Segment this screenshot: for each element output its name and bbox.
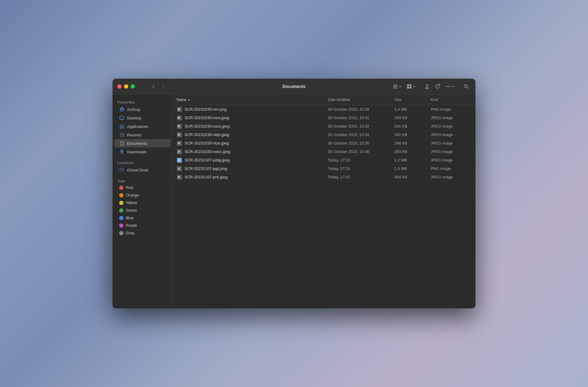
svg-rect-18 xyxy=(178,117,180,119)
file-name-text: SCR-20231107-pdqy.jpeg xyxy=(185,158,230,162)
file-kind: JPEG image xyxy=(427,141,475,145)
toolbar-actions xyxy=(391,82,471,91)
table-row[interactable]: SCR-20231107-pgrj.png Today, 17:24 1,9 M… xyxy=(173,164,475,173)
svg-rect-25 xyxy=(178,176,180,178)
tag-dot-orange xyxy=(119,193,123,197)
toolbar-separator-1 xyxy=(420,83,420,89)
svg-rect-23 xyxy=(178,159,180,161)
file-name-cell: SCR-20231030-ntze.jpeg xyxy=(173,141,324,146)
svg-rect-20 xyxy=(178,134,180,136)
list-view-button[interactable] xyxy=(391,82,403,91)
svg-rect-21 xyxy=(178,142,180,144)
svg-rect-2 xyxy=(393,88,397,88)
share-button[interactable] xyxy=(423,82,432,91)
file-size: 1,4 MB xyxy=(391,107,427,112)
minimize-button[interactable] xyxy=(124,84,128,89)
svg-rect-4 xyxy=(410,84,411,86)
file-name-text: SCR-20231030-ntze.jpeg xyxy=(185,141,229,145)
file-name-cell: SCR-20231030-ntqh.jpeg xyxy=(173,132,324,138)
file-name-text: SCR-20231030-nsxx.jpeg xyxy=(185,124,230,128)
file-date: 30 October 2023, 15:34 xyxy=(324,132,391,137)
tag-gray-label: Gray xyxy=(126,231,134,235)
file-name-text: SCR-20231030-ntqh.jpeg xyxy=(185,132,229,137)
sidebar: Favourites AirDrop xyxy=(113,94,173,308)
tag-purple-label: Purple xyxy=(126,223,137,228)
table-row[interactable]: SCR-20231030-ntqh.jpeg 30 October 2023, … xyxy=(173,131,475,139)
svg-rect-22 xyxy=(178,151,180,153)
traffic-lights xyxy=(117,84,135,89)
file-kind: PNG image xyxy=(427,107,475,112)
file-size: 541 KB xyxy=(391,124,427,128)
table-row[interactable]: SCR-20231030-nsxx.jpeg 30 October 2023, … xyxy=(173,122,475,131)
file-date: Today, 17:24 xyxy=(324,166,391,171)
tags-label: Tags xyxy=(113,177,173,184)
sidebar-item-tag-orange[interactable]: Orange xyxy=(114,191,171,199)
file-list: SCR-20231030-nrrr.png 30 October 2023, 1… xyxy=(173,105,475,308)
airdrop-label: AirDrop xyxy=(127,107,140,112)
tag-button[interactable] xyxy=(433,82,442,91)
grid-view-button[interactable] xyxy=(405,82,417,91)
icloud-label: iCloud Drive xyxy=(127,168,149,172)
tag-dot-blue xyxy=(119,216,123,220)
sidebar-item-tag-purple[interactable]: Purple xyxy=(114,222,171,229)
file-name-cell: SCR-20231030-nrrr.png xyxy=(173,107,324,112)
sidebar-item-tag-gray[interactable]: Gray xyxy=(114,229,171,237)
icloud-icon xyxy=(119,167,125,173)
file-date: 30 October 2023, 15:29 xyxy=(324,107,391,112)
applications-label: Applications xyxy=(127,124,148,129)
file-kind: JPEG image xyxy=(427,115,475,120)
file-kind: JPEG image xyxy=(427,124,475,128)
table-row[interactable]: SCR-20231107-pnii.jpeg Today, 17:42 304 … xyxy=(173,173,475,181)
table-row[interactable]: SCR-20231030-ntze.jpeg 30 October 2023, … xyxy=(173,139,475,148)
tag-dot-green xyxy=(119,208,123,213)
maximize-button[interactable] xyxy=(131,84,135,89)
file-size: 293 KB xyxy=(391,115,427,120)
sort-arrow-name: ▲ xyxy=(188,98,191,101)
file-icon xyxy=(177,141,182,146)
file-name-cell: SCR-20231107-pdqy.jpeg xyxy=(173,158,324,163)
svg-point-14 xyxy=(121,126,122,128)
sidebar-item-applications[interactable]: Applications xyxy=(114,122,171,131)
tag-green-label: Green xyxy=(126,208,137,213)
file-kind: PNG image xyxy=(427,166,475,171)
sidebar-item-tag-yellow[interactable]: Yellow xyxy=(114,199,171,207)
finder-window: Documents xyxy=(113,79,475,308)
sidebar-item-tag-blue[interactable]: Blue xyxy=(114,214,171,222)
documents-label: Documents xyxy=(127,141,147,146)
sidebar-item-icloud[interactable]: iCloud Drive xyxy=(114,166,171,174)
downloads-label: Downloads xyxy=(127,150,146,154)
sidebar-item-recents[interactable]: Recents xyxy=(114,131,171,139)
col-header-date[interactable]: Date Modified xyxy=(324,94,391,105)
sidebar-item-airdrop[interactable]: AirDrop xyxy=(114,105,171,114)
more-button[interactable] xyxy=(443,82,456,91)
tag-red-label: Red xyxy=(126,185,133,190)
file-size: 293 KB xyxy=(391,149,427,154)
tag-dot-red xyxy=(119,186,123,190)
svg-rect-13 xyxy=(120,116,124,119)
sidebar-item-tag-red[interactable]: Red xyxy=(114,184,171,191)
search-button[interactable] xyxy=(462,82,471,91)
close-button[interactable] xyxy=(117,84,122,89)
sidebar-item-desktop[interactable]: Desktop xyxy=(114,114,171,122)
file-kind: JPEG image xyxy=(427,132,475,137)
back-button[interactable] xyxy=(149,82,158,91)
table-row[interactable]: SCR-20231030-nwcc.jpeg 30 October 2023, … xyxy=(173,148,475,156)
file-name-text: SCR-20231107-pgrj.png xyxy=(185,166,227,171)
col-header-kind[interactable]: Kind xyxy=(427,94,475,105)
table-row[interactable]: SCR-20231107-pdqy.jpeg Today, 17:19 1,2 … xyxy=(173,156,475,164)
table-row[interactable]: SCR-20231030-nsra.jpeg 30 October 2023, … xyxy=(173,114,475,122)
file-icon xyxy=(177,132,182,138)
favourites-label: Favourites xyxy=(113,98,173,105)
file-name-text: SCR-20231030-nrrr.png xyxy=(185,107,227,112)
col-header-name[interactable]: Name ▲ xyxy=(173,94,324,105)
file-kind: JPEG image xyxy=(427,175,475,179)
col-header-size[interactable]: Size xyxy=(391,94,427,105)
sidebar-item-tag-green[interactable]: Green xyxy=(114,207,171,214)
sidebar-item-documents[interactable]: Documents xyxy=(114,139,171,148)
sidebar-item-downloads[interactable]: Downloads xyxy=(114,148,171,156)
file-icon xyxy=(177,149,182,154)
downloads-icon xyxy=(119,149,125,154)
forward-button[interactable] xyxy=(158,82,167,91)
table-row[interactable]: SCR-20231030-nrrr.png 30 October 2023, 1… xyxy=(173,105,475,114)
tag-dot-gray xyxy=(119,231,123,235)
